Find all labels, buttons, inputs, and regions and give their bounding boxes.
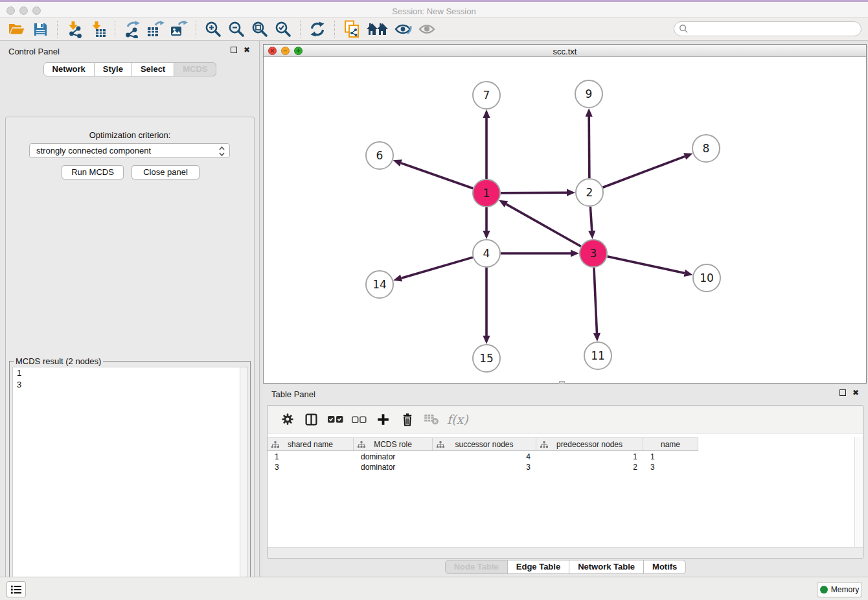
graph-node-label-2: 2 bbox=[586, 186, 593, 199]
tab-network[interactable]: Network bbox=[43, 62, 95, 76]
table-body: 1dominator4113dominator323 bbox=[268, 452, 863, 472]
delete-table-icon[interactable] bbox=[419, 409, 443, 430]
task-history-button[interactable] bbox=[6, 581, 26, 597]
refresh-view-icon[interactable] bbox=[306, 19, 329, 39]
optimization-criterion-select[interactable]: strongly connected component bbox=[29, 143, 230, 158]
select-all-columns-icon[interactable] bbox=[323, 409, 347, 430]
network-window-title: scc.txt bbox=[264, 47, 866, 56]
edge-arrowhead bbox=[483, 231, 490, 239]
table-settings-icon[interactable] bbox=[275, 409, 299, 430]
tab-edge-table[interactable]: Edge Table bbox=[508, 560, 569, 574]
tab-select[interactable]: Select bbox=[132, 62, 174, 76]
edge-arrowhead bbox=[393, 159, 402, 167]
search-input[interactable] bbox=[689, 25, 851, 34]
toolbar-separator bbox=[196, 21, 196, 38]
tab-node-table[interactable]: Node Table bbox=[445, 560, 508, 574]
edge-arrowhead bbox=[588, 231, 595, 239]
edge-arrowhead bbox=[567, 189, 575, 196]
edge-4-14 bbox=[402, 257, 473, 278]
graph-node-label-15: 15 bbox=[479, 352, 494, 365]
tab-motifs[interactable]: Motifs bbox=[644, 560, 686, 574]
column-header-mcds-role[interactable]: MCDS role bbox=[354, 438, 433, 450]
edge-1-6 bbox=[401, 163, 473, 189]
tab-style[interactable]: Style bbox=[95, 62, 132, 76]
edge-arrowhead bbox=[571, 249, 579, 257]
mcds-tab-content: Optimization criterion: strongly connect… bbox=[5, 117, 255, 600]
search-box[interactable] bbox=[674, 21, 862, 36]
edge-3-1 bbox=[506, 204, 580, 246]
import-network-icon[interactable] bbox=[63, 19, 86, 39]
save-session-icon[interactable] bbox=[29, 19, 52, 39]
zoom-in-icon[interactable] bbox=[201, 19, 225, 39]
run-mcds-button[interactable]: Run MCDS bbox=[62, 165, 124, 179]
function-builder-icon[interactable]: f(x) bbox=[447, 412, 468, 426]
table-panel: Table Panel ✖ bbox=[263, 384, 868, 577]
memory-button[interactable]: Memory bbox=[817, 582, 862, 597]
mcds-result-title: MCDS result (2 nodes) bbox=[14, 356, 103, 366]
edge-1-2 bbox=[501, 192, 567, 193]
edge-arrowhead bbox=[683, 153, 692, 159]
edge-2-9 bbox=[589, 117, 589, 178]
close-panel-button[interactable]: Close panel bbox=[131, 165, 200, 179]
toolbar-separator bbox=[334, 21, 335, 38]
column-header-shared-name[interactable]: shared name bbox=[268, 438, 354, 450]
export-image-icon[interactable] bbox=[167, 19, 190, 39]
graph-node-label-10: 10 bbox=[700, 271, 714, 284]
open-file-icon[interactable] bbox=[5, 19, 29, 39]
close-panel-icon[interactable]: ✖ bbox=[851, 389, 860, 398]
toolbar-separator bbox=[300, 21, 301, 38]
float-panel-icon[interactable] bbox=[229, 46, 238, 55]
mcds-result-item: 1 bbox=[13, 367, 247, 379]
toggle-panel-split-icon[interactable] bbox=[299, 409, 323, 430]
close-panel-icon[interactable]: ✖ bbox=[242, 46, 251, 55]
cell-successor-nodes: 4 bbox=[433, 452, 536, 462]
delete-column-icon[interactable] bbox=[395, 409, 419, 430]
first-neighbors-icon[interactable] bbox=[363, 19, 392, 39]
zoom-out-icon[interactable] bbox=[225, 19, 248, 39]
zoom-fit-icon[interactable] bbox=[248, 19, 271, 39]
scrollbar-track[interactable] bbox=[240, 367, 247, 600]
cell-mcds-role: dominator bbox=[354, 452, 433, 462]
zoom-selected-icon[interactable] bbox=[271, 19, 295, 39]
toolbar-separator bbox=[57, 21, 58, 38]
status-bar: Memory bbox=[0, 577, 868, 600]
hide-details-icon[interactable] bbox=[392, 19, 415, 39]
export-table-icon[interactable] bbox=[144, 19, 167, 39]
search-icon bbox=[679, 24, 689, 34]
column-header-successor-nodes[interactable]: successor nodes bbox=[433, 438, 536, 450]
graph-node-label-14: 14 bbox=[372, 278, 387, 291]
window-titlebar: Session: New Session bbox=[0, 0, 868, 18]
edge-arrowhead bbox=[586, 108, 593, 117]
import-table-icon[interactable] bbox=[86, 19, 109, 39]
table-row[interactable]: 3dominator323 bbox=[268, 462, 863, 472]
network-graph-canvas[interactable]: 7968124314101511 bbox=[264, 57, 866, 383]
table-toolbar: f(x) bbox=[268, 406, 863, 433]
tab-mcds[interactable]: MCDS bbox=[174, 62, 216, 76]
table-vertical-scrollbar[interactable] bbox=[854, 437, 863, 548]
mcds-result-item: 3 bbox=[13, 379, 247, 391]
edge-arrowhead bbox=[483, 110, 490, 118]
float-panel-icon[interactable] bbox=[838, 389, 847, 398]
deselect-all-columns-icon[interactable] bbox=[347, 409, 371, 430]
column-header-name[interactable]: name bbox=[643, 438, 698, 450]
column-header-predecessor-nodes[interactable]: predecessor nodes bbox=[536, 438, 643, 450]
table-row[interactable]: 1dominator411 bbox=[268, 452, 863, 462]
tab-network-table[interactable]: Network Table bbox=[569, 560, 644, 574]
task-list-icon bbox=[10, 584, 22, 595]
window-title: Session: New Session bbox=[0, 6, 868, 16]
export-network-icon[interactable] bbox=[120, 19, 144, 39]
memory-status-icon bbox=[820, 586, 828, 594]
cell-predecessor-nodes: 2 bbox=[536, 462, 643, 472]
create-column-icon[interactable] bbox=[371, 409, 395, 430]
edge-arrowhead bbox=[593, 333, 600, 341]
edge-arrowhead bbox=[393, 275, 402, 282]
control-panel: Control Panel ✖ NetworkStyleSelectMCDS O… bbox=[0, 41, 260, 577]
show-details-icon[interactable] bbox=[415, 19, 439, 39]
toolbar-separator bbox=[115, 21, 115, 38]
cell-name: 1 bbox=[643, 452, 698, 462]
table-horizontal-scrollbar[interactable] bbox=[268, 547, 863, 558]
clone-network-icon[interactable] bbox=[340, 19, 363, 39]
mcds-result-list[interactable]: 13 bbox=[12, 367, 248, 600]
graph-node-label-7: 7 bbox=[483, 89, 490, 102]
column-type-icon bbox=[271, 441, 279, 450]
